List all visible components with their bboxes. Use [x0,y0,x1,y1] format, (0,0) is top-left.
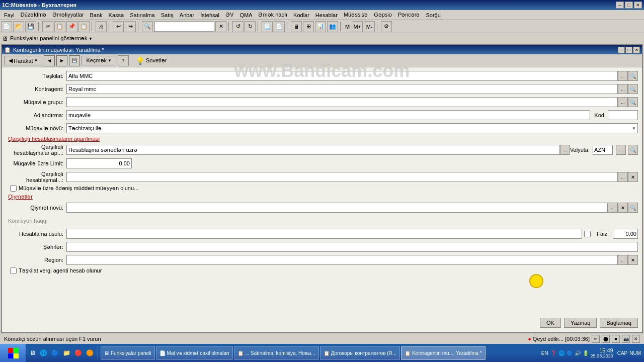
menu-satinalma[interactable]: Satınalma [127,12,158,19]
refresh2-button[interactable]: ↻ [245,21,256,32]
faiz-input[interactable] [613,229,638,239]
menu-ev[interactable]: ƏV [222,11,236,19]
qiymet-novu-x-button[interactable]: ✕ [618,203,628,213]
qarsiliqli-ap-dots-button[interactable]: ... [560,145,570,155]
qarsiliqli-hes-input[interactable] [66,172,618,182]
adlandirma-input[interactable] [66,110,590,120]
chart-button[interactable]: 📊 [315,21,326,32]
menu-pencere[interactable]: Pəncərə [395,11,423,19]
teskilat-input[interactable] [66,71,618,81]
ie-button[interactable]: 🌐 [38,349,49,356]
print-button[interactable]: 🖨 [96,21,107,32]
valyuta-search-button[interactable]: 🔍 [628,145,638,155]
kontragent-dots-button[interactable]: ... [618,84,628,94]
nav-left-button[interactable]: ◀ [44,55,55,66]
region-input[interactable] [66,255,618,265]
files-button[interactable]: 📁 [61,349,72,356]
doc2-button[interactable]: 📄 [274,21,285,32]
menu-emek[interactable]: Əmək haqlı [255,11,290,19]
rec-btn1[interactable]: ✏ [592,335,600,343]
paste2-button[interactable]: 📋 [78,21,90,32]
panel-dropdown-icon[interactable]: ▼ [88,36,93,41]
chrome-button[interactable]: 🔵 [50,349,60,356]
redo-button[interactable]: ↪ [125,21,136,32]
baglamaq-button[interactable]: Bağlamaq [600,318,638,328]
save-doc-button[interactable]: 💾 [69,55,80,66]
valyuta-input[interactable] [593,145,613,155]
menu-kassa[interactable]: Kassa [106,12,127,19]
clear-search-button[interactable]: ✕ [215,21,226,32]
help-button[interactable]: ? [118,55,129,66]
users-button[interactable]: 👥 [327,21,338,32]
qiymet-novu-search-button[interactable]: 🔍 [628,203,638,213]
kod-input[interactable] [608,110,638,120]
open-button[interactable]: 📂 [13,21,24,32]
copy-button[interactable]: 📋 [54,21,65,32]
maximize-button[interactable]: □ [625,2,633,9]
menu-gepsio[interactable]: Gəpsio [371,11,395,19]
doc-minimize-button[interactable]: ─ [618,47,625,53]
nav-right-button[interactable]: ▶ [56,55,67,66]
sahler-input[interactable] [66,242,638,252]
checkbox-teskilat[interactable] [10,267,17,274]
muqavile-grupu-search-button[interactable]: 🔍 [628,97,638,107]
checkbox-muqavile[interactable] [10,185,17,192]
m-minus-button[interactable]: M- [364,21,375,32]
menu-emeliyyatlar[interactable]: Əməliyyatlar [49,11,87,19]
new-button[interactable]: 📄 [1,21,12,32]
refresh-button[interactable]: ↺ [232,21,244,32]
menu-bank[interactable]: Bank [87,12,106,19]
doc-button[interactable]: 📃 [262,21,273,32]
rec-btn2[interactable]: ⬤ [602,335,610,343]
search-input[interactable] [154,22,214,32]
valyuta-dots-button[interactable]: ... [616,145,626,155]
muqavile-grupu-dots-button[interactable]: ... [618,97,628,107]
start-button[interactable] [0,344,26,362]
show-desktop-button[interactable]: 🖥 [28,349,37,356]
app1-button[interactable]: 🔴 [73,349,84,356]
rec-btn4[interactable]: 📷 [622,335,630,343]
hesablama-checkbox[interactable] [584,231,591,237]
undo-button[interactable]: ↩ [113,21,124,32]
menu-satis[interactable]: Satış [158,12,177,19]
menu-istehsal[interactable]: İstehsal [197,12,222,19]
teskilat-search-button[interactable]: 🔍 [628,71,638,81]
muqavile-novu-dropdown[interactable]: Təchizatçı ilə ▼ [66,123,638,133]
menu-anbar[interactable]: Anbar [177,12,197,19]
harakat-button[interactable]: ◀ Harakat ▼ [4,56,42,65]
menu-kodlar[interactable]: Kodlar [290,12,312,19]
teskilat-dots-button[interactable]: ... [618,71,628,81]
paste-button[interactable]: 📌 [66,21,77,32]
menu-sorgu[interactable]: Sorğu [423,12,444,19]
kontragent-input[interactable] [66,84,618,94]
taskbar-item-kontragent[interactable]: 📋 Kontragentin mu...: Yaradılma * [401,346,486,360]
qiymet-novu-input[interactable] [66,203,608,213]
yazmaq-button[interactable]: Yazmaq [564,318,597,328]
save-button[interactable]: 💾 [25,21,36,32]
taskbar-item-dogovor[interactable]: 📋 Договоры контрагентов (R... [320,346,400,360]
search-button[interactable]: 🔍 [142,21,153,32]
rec-btn5[interactable]: ✕ [632,335,640,343]
qarsiliqli-hes-x-button[interactable]: ✕ [628,172,638,182]
kecmek-button[interactable]: Keçmək ▼ [82,56,116,65]
cut-button[interactable]: ✂ [42,21,53,32]
menu-muessise[interactable]: Müəssisə [341,11,371,19]
qarsiliqli-hes-dots-button[interactable]: ... [618,172,628,182]
taskbar-item-funksiyalar[interactable]: 🖥 Funksiyalar paneli [101,346,155,360]
menu-qma[interactable]: QMA [236,12,255,19]
m-plus-button[interactable]: M+ [352,21,363,32]
settings-button[interactable]: ⚙ [381,21,392,32]
menu-fayl[interactable]: Fayl [1,12,18,19]
kontragent-search-button[interactable]: 🔍 [628,84,638,94]
muqavile-grupu-input[interactable] [66,97,618,107]
menu-hesablar[interactable]: Hesablar [312,12,341,19]
menu-duzeldme[interactable]: Düzəldmə [18,11,49,19]
calc-button[interactable]: 🖩 [291,21,302,32]
qiymet-novu-dots-button[interactable]: ... [608,203,618,213]
doc-close-button[interactable]: ✕ [633,47,640,53]
muqavile-limit-input[interactable] [66,158,132,168]
ok-button[interactable]: OK [540,318,561,328]
region-dots-button[interactable]: ... [618,255,628,265]
doc-maximize-button[interactable]: □ [625,47,632,53]
minimize-button[interactable]: ─ [616,2,624,9]
